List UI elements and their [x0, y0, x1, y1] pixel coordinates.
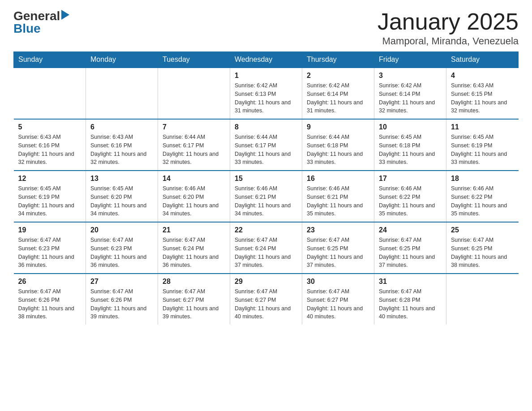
day-info: Sunrise: 6:46 AM Sunset: 6:22 PM Dayligh…	[379, 184, 442, 218]
day-number: 21	[163, 226, 225, 234]
day-number: 25	[451, 226, 514, 234]
day-number: 1	[235, 72, 297, 80]
day-info: Sunrise: 6:45 AM Sunset: 6:19 PM Dayligh…	[18, 184, 82, 218]
calendar-subtitle: Mamporal, Miranda, Venezuela	[378, 35, 519, 47]
day-number: 7	[163, 123, 225, 131]
logo-arrow-icon	[61, 10, 69, 20]
day-number: 2	[307, 72, 369, 80]
week-row-2: 5Sunrise: 6:43 AM Sunset: 6:16 PM Daylig…	[14, 119, 519, 171]
day-number: 28	[163, 278, 225, 286]
day-number: 26	[18, 278, 82, 286]
day-info: Sunrise: 6:47 AM Sunset: 6:24 PM Dayligh…	[235, 236, 297, 270]
calendar-cell: 13Sunrise: 6:45 AM Sunset: 6:20 PM Dayli…	[86, 171, 158, 222]
day-number: 30	[307, 278, 369, 286]
week-row-4: 19Sunrise: 6:47 AM Sunset: 6:23 PM Dayli…	[14, 222, 519, 274]
day-info: Sunrise: 6:47 AM Sunset: 6:28 PM Dayligh…	[379, 287, 442, 321]
day-info: Sunrise: 6:43 AM Sunset: 6:15 PM Dayligh…	[451, 81, 514, 115]
days-of-week-row: SundayMondayTuesdayWednesdayThursdayFrid…	[14, 52, 519, 68]
day-number: 10	[379, 123, 442, 131]
day-info: Sunrise: 6:47 AM Sunset: 6:25 PM Dayligh…	[307, 236, 369, 270]
calendar-cell	[158, 68, 230, 119]
calendar-cell: 23Sunrise: 6:47 AM Sunset: 6:25 PM Dayli…	[302, 222, 374, 274]
day-number: 15	[235, 175, 297, 183]
calendar-cell: 2Sunrise: 6:42 AM Sunset: 6:14 PM Daylig…	[302, 68, 374, 119]
calendar-cell: 5Sunrise: 6:43 AM Sunset: 6:16 PM Daylig…	[14, 119, 86, 171]
calendar-cell: 1Sunrise: 6:42 AM Sunset: 6:13 PM Daylig…	[230, 68, 302, 119]
day-info: Sunrise: 6:44 AM Sunset: 6:17 PM Dayligh…	[235, 133, 297, 167]
day-info: Sunrise: 6:47 AM Sunset: 6:26 PM Dayligh…	[90, 287, 153, 321]
day-info: Sunrise: 6:45 AM Sunset: 6:19 PM Dayligh…	[451, 133, 514, 167]
day-number: 19	[18, 226, 82, 234]
day-number: 17	[379, 175, 442, 183]
day-number: 5	[18, 123, 82, 131]
calendar-cell: 29Sunrise: 6:47 AM Sunset: 6:27 PM Dayli…	[230, 274, 302, 325]
calendar-cell: 8Sunrise: 6:44 AM Sunset: 6:17 PM Daylig…	[230, 119, 302, 171]
calendar-cell: 30Sunrise: 6:47 AM Sunset: 6:27 PM Dayli…	[302, 274, 374, 325]
calendar-table: SundayMondayTuesdayWednesdayThursdayFrid…	[13, 51, 519, 325]
day-info: Sunrise: 6:45 AM Sunset: 6:18 PM Dayligh…	[379, 133, 442, 167]
calendar-cell: 26Sunrise: 6:47 AM Sunset: 6:26 PM Dayli…	[14, 274, 86, 325]
day-info: Sunrise: 6:47 AM Sunset: 6:24 PM Dayligh…	[163, 236, 225, 270]
week-row-1: 1Sunrise: 6:42 AM Sunset: 6:13 PM Daylig…	[14, 68, 519, 119]
calendar-cell: 7Sunrise: 6:44 AM Sunset: 6:17 PM Daylig…	[158, 119, 230, 171]
calendar-cell: 16Sunrise: 6:46 AM Sunset: 6:21 PM Dayli…	[302, 171, 374, 222]
calendar-cell	[14, 68, 86, 119]
calendar-cell: 18Sunrise: 6:46 AM Sunset: 6:22 PM Dayli…	[446, 171, 519, 222]
title-block: January 2025 Mamporal, Miranda, Venezuel…	[378, 9, 519, 47]
svg-marker-0	[61, 10, 69, 20]
calendar-cell: 24Sunrise: 6:47 AM Sunset: 6:25 PM Dayli…	[374, 222, 446, 274]
day-of-week-thursday: Thursday	[302, 52, 374, 68]
day-number: 31	[379, 278, 442, 286]
day-number: 6	[90, 123, 153, 131]
day-info: Sunrise: 6:47 AM Sunset: 6:27 PM Dayligh…	[163, 287, 225, 321]
calendar-cell	[86, 68, 158, 119]
day-number: 3	[379, 72, 442, 80]
calendar-cell: 25Sunrise: 6:47 AM Sunset: 6:25 PM Dayli…	[446, 222, 519, 274]
day-info: Sunrise: 6:43 AM Sunset: 6:16 PM Dayligh…	[90, 133, 153, 167]
calendar-cell: 27Sunrise: 6:47 AM Sunset: 6:26 PM Dayli…	[86, 274, 158, 325]
day-info: Sunrise: 6:47 AM Sunset: 6:27 PM Dayligh…	[235, 287, 297, 321]
calendar-cell: 14Sunrise: 6:46 AM Sunset: 6:20 PM Dayli…	[158, 171, 230, 222]
calendar-cell: 31Sunrise: 6:47 AM Sunset: 6:28 PM Dayli…	[374, 274, 446, 325]
day-info: Sunrise: 6:47 AM Sunset: 6:26 PM Dayligh…	[18, 287, 82, 321]
calendar-cell: 21Sunrise: 6:47 AM Sunset: 6:24 PM Dayli…	[158, 222, 230, 274]
day-info: Sunrise: 6:42 AM Sunset: 6:14 PM Dayligh…	[307, 81, 369, 115]
day-number: 22	[235, 226, 297, 234]
day-number: 16	[307, 175, 369, 183]
day-number: 18	[451, 175, 514, 183]
day-of-week-tuesday: Tuesday	[158, 52, 230, 68]
logo-blue-text: Blue	[13, 22, 69, 35]
day-number: 13	[90, 175, 153, 183]
day-info: Sunrise: 6:47 AM Sunset: 6:25 PM Dayligh…	[451, 236, 514, 270]
calendar-cell: 19Sunrise: 6:47 AM Sunset: 6:23 PM Dayli…	[14, 222, 86, 274]
day-info: Sunrise: 6:47 AM Sunset: 6:25 PM Dayligh…	[379, 236, 442, 270]
day-info: Sunrise: 6:47 AM Sunset: 6:23 PM Dayligh…	[90, 236, 153, 270]
week-row-5: 26Sunrise: 6:47 AM Sunset: 6:26 PM Dayli…	[14, 274, 519, 325]
calendar-cell: 28Sunrise: 6:47 AM Sunset: 6:27 PM Dayli…	[158, 274, 230, 325]
day-of-week-saturday: Saturday	[446, 52, 519, 68]
calendar-cell: 4Sunrise: 6:43 AM Sunset: 6:15 PM Daylig…	[446, 68, 519, 119]
calendar-cell: 17Sunrise: 6:46 AM Sunset: 6:22 PM Dayli…	[374, 171, 446, 222]
day-number: 20	[90, 226, 153, 234]
day-info: Sunrise: 6:47 AM Sunset: 6:27 PM Dayligh…	[307, 287, 369, 321]
calendar-cell: 10Sunrise: 6:45 AM Sunset: 6:18 PM Dayli…	[374, 119, 446, 171]
day-of-week-sunday: Sunday	[14, 52, 86, 68]
day-info: Sunrise: 6:42 AM Sunset: 6:13 PM Dayligh…	[235, 81, 297, 115]
day-number: 12	[18, 175, 82, 183]
day-number: 29	[235, 278, 297, 286]
day-number: 14	[163, 175, 225, 183]
calendar-cell: 6Sunrise: 6:43 AM Sunset: 6:16 PM Daylig…	[86, 119, 158, 171]
day-number: 9	[307, 123, 369, 131]
day-info: Sunrise: 6:44 AM Sunset: 6:18 PM Dayligh…	[307, 133, 369, 167]
calendar-title: January 2025	[378, 9, 519, 34]
calendar-cell: 15Sunrise: 6:46 AM Sunset: 6:21 PM Dayli…	[230, 171, 302, 222]
day-of-week-monday: Monday	[86, 52, 158, 68]
calendar-cell: 12Sunrise: 6:45 AM Sunset: 6:19 PM Dayli…	[14, 171, 86, 222]
day-number: 11	[451, 123, 514, 131]
day-number: 24	[379, 226, 442, 234]
calendar-cell: 11Sunrise: 6:45 AM Sunset: 6:19 PM Dayli…	[446, 119, 519, 171]
day-number: 8	[235, 123, 297, 131]
day-info: Sunrise: 6:46 AM Sunset: 6:22 PM Dayligh…	[451, 184, 514, 218]
calendar-cell: 22Sunrise: 6:47 AM Sunset: 6:24 PM Dayli…	[230, 222, 302, 274]
day-info: Sunrise: 6:44 AM Sunset: 6:17 PM Dayligh…	[163, 133, 225, 167]
